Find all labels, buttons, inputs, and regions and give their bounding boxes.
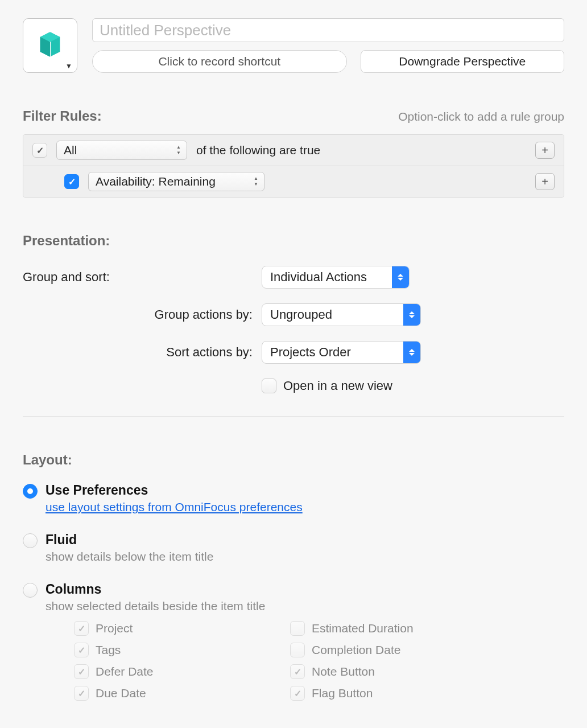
group-and-sort-label: Group and sort: [23,270,262,285]
presentation-title: Presentation: [23,233,564,249]
filter-group-hint: Option-click to add a rule group [398,110,564,124]
stepper-icon: ▲▼ [176,145,183,155]
sort-actions-by-label: Sort actions by: [23,345,262,360]
chevron-down-icon: ▼ [65,62,72,70]
filter-rule-select[interactable]: Availability: Remaining ▲▼ [88,172,264,191]
stepper-icon [403,304,420,326]
perspective-icon [35,30,65,62]
sort-actions-by-select[interactable]: Projects Order [262,341,421,364]
filter-rule-checkbox[interactable] [64,174,79,189]
column-flag-label: Flag Button [312,686,373,700]
group-actions-by-value: Ungrouped [270,307,332,322]
filter-root-suffix: of the following are true [196,143,320,157]
open-new-view-checkbox[interactable] [262,379,276,393]
divider [23,416,564,417]
column-note-label: Note Button [312,665,375,678]
group-actions-by-select[interactable]: Ungrouped [262,303,421,326]
column-project-checkbox [74,621,89,636]
column-due-label: Due Date [96,686,146,700]
column-tags-label: Tags [96,643,121,657]
filter-root-checkbox[interactable] [32,143,47,158]
stepper-icon [403,342,420,363]
column-defer-checkbox [74,664,89,679]
filter-rules-title: Filter Rules: [23,108,102,124]
layout-fluid-radio[interactable] [23,533,38,548]
downgrade-perspective-button[interactable]: Downgrade Perspective [361,50,564,73]
column-estimated-checkbox [290,621,305,636]
layout-title: Layout: [23,452,564,468]
filter-rules-table: All ▲▼ of the following are true + Avail… [23,134,564,198]
layout-use-preferences-label: Use Preferences [46,483,303,498]
perspective-icon-well[interactable]: ▼ [23,18,77,73]
column-flag-checkbox [290,686,305,701]
layout-columns-sub: show selected details beside the item ti… [46,599,265,613]
column-project-label: Project [96,622,133,635]
filter-rule-row: Availability: Remaining ▲▼ + [23,166,564,197]
perspective-name-input[interactable] [92,18,564,42]
group-actions-by-label: Group actions by: [23,307,262,322]
filter-root-row: All ▲▼ of the following are true + [23,135,564,166]
stepper-icon [392,266,409,288]
column-note-checkbox [290,664,305,679]
group-and-sort-select[interactable]: Individual Actions [262,266,410,289]
group-and-sort-value: Individual Actions [270,270,367,285]
layout-fluid-label: Fluid [46,532,213,548]
filter-root-mode-value: All [64,143,77,157]
filter-rule-value: Availability: Remaining [96,175,216,188]
layout-columns-label: Columns [46,582,265,597]
column-due-checkbox [74,686,89,701]
layout-fluid-sub: show details below the item title [46,550,213,564]
column-defer-label: Defer Date [96,665,154,678]
open-new-view-label: Open in a new view [283,379,392,393]
layout-use-preferences-radio[interactable] [23,484,38,499]
column-tags-checkbox [74,643,89,657]
record-shortcut-button[interactable]: Click to record shortcut [92,50,347,73]
add-rule-button[interactable]: + [535,142,555,159]
sort-actions-by-value: Projects Order [270,345,351,360]
column-estimated-label: Estimated Duration [312,622,414,635]
column-completion-checkbox [290,643,305,657]
layout-columns-radio[interactable] [23,583,38,598]
layout-preferences-link[interactable]: use layout settings from OmniFocus prefe… [46,500,303,513]
column-completion-label: Completion Date [312,643,400,657]
add-rule-button[interactable]: + [535,173,555,190]
filter-root-mode-select[interactable]: All ▲▼ [56,141,187,160]
stepper-icon: ▲▼ [254,176,261,187]
